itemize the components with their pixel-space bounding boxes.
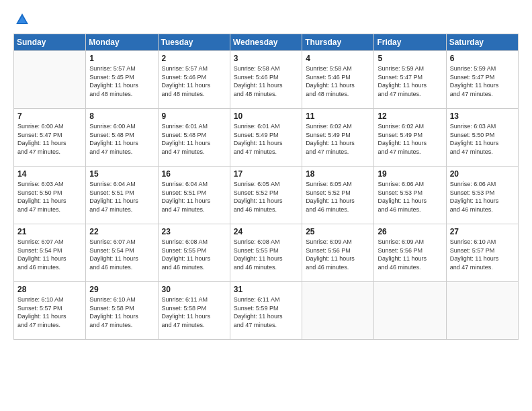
calendar-cell: 9 Sunrise: 6:01 AM Sunset: 5:48 PM Dayli… — [158, 109, 230, 167]
day-number: 2 — [162, 54, 226, 63]
day-info: Sunrise: 6:09 AM Sunset: 5:56 PM Dayligh… — [306, 238, 370, 271]
calendar-cell: 25 Sunrise: 6:09 AM Sunset: 5:56 PM Dayl… — [302, 224, 374, 282]
calendar-cell: 4 Sunrise: 5:58 AM Sunset: 5:46 PM Dayli… — [302, 51, 374, 109]
day-number: 5 — [378, 54, 442, 63]
calendar-cell: 7 Sunrise: 6:00 AM Sunset: 5:47 PM Dayli… — [14, 109, 86, 167]
day-number: 21 — [17, 227, 82, 236]
day-info: Sunrise: 6:02 AM Sunset: 5:49 PM Dayligh… — [378, 122, 442, 156]
calendar-cell: 30 Sunrise: 6:11 AM Sunset: 5:58 PM Dayl… — [158, 282, 230, 340]
calendar-cell: 14 Sunrise: 6:03 AM Sunset: 5:50 PM Dayl… — [14, 167, 86, 224]
page: SundayMondayTuesdayWednesdayThursdayFrid… — [0, 0, 532, 411]
calendar-cell: 10 Sunrise: 6:01 AM Sunset: 5:49 PM Dayl… — [230, 109, 302, 167]
calendar-cell — [446, 282, 518, 340]
weekday-header: Saturday — [446, 34, 518, 51]
calendar-cell: 21 Sunrise: 6:07 AM Sunset: 5:54 PM Dayl… — [14, 224, 86, 282]
day-info: Sunrise: 6:07 AM Sunset: 5:54 PM Dayligh… — [17, 238, 82, 271]
day-number: 27 — [450, 227, 515, 236]
day-info: Sunrise: 6:11 AM Sunset: 5:59 PM Dayligh… — [234, 295, 298, 329]
day-info: Sunrise: 6:10 AM Sunset: 5:57 PM Dayligh… — [17, 295, 82, 329]
day-info: Sunrise: 6:04 AM Sunset: 5:51 PM Dayligh… — [89, 180, 154, 214]
day-number: 13 — [450, 111, 515, 121]
day-number: 12 — [378, 111, 442, 121]
calendar-cell: 5 Sunrise: 5:59 AM Sunset: 5:47 PM Dayli… — [374, 51, 446, 109]
day-info: Sunrise: 5:58 AM Sunset: 5:46 PM Dayligh… — [306, 64, 370, 98]
day-info: Sunrise: 5:59 AM Sunset: 5:47 PM Dayligh… — [378, 64, 442, 98]
weekday-header: Monday — [86, 34, 158, 51]
calendar-week-row: 1 Sunrise: 5:57 AM Sunset: 5:45 PM Dayli… — [14, 51, 519, 109]
day-info: Sunrise: 6:02 AM Sunset: 5:49 PM Dayligh… — [306, 122, 370, 156]
day-number: 9 — [162, 111, 226, 121]
day-number: 16 — [162, 169, 226, 179]
day-number: 19 — [378, 169, 442, 179]
weekday-header: Wednesday — [230, 34, 302, 51]
day-number: 11 — [306, 111, 370, 121]
calendar-table: SundayMondayTuesdayWednesdayThursdayFrid… — [13, 34, 519, 340]
day-number: 20 — [450, 169, 515, 179]
day-number: 31 — [234, 285, 298, 294]
calendar-cell: 23 Sunrise: 6:08 AM Sunset: 5:55 PM Dayl… — [158, 224, 230, 282]
calendar-cell: 19 Sunrise: 6:06 AM Sunset: 5:53 PM Dayl… — [374, 167, 446, 224]
day-info: Sunrise: 6:05 AM Sunset: 5:52 PM Dayligh… — [306, 180, 370, 214]
weekday-header-row: SundayMondayTuesdayWednesdayThursdayFrid… — [14, 34, 519, 51]
calendar-cell: 3 Sunrise: 5:58 AM Sunset: 5:46 PM Dayli… — [230, 51, 302, 109]
day-number: 4 — [306, 54, 370, 63]
calendar-cell: 31 Sunrise: 6:11 AM Sunset: 5:59 PM Dayl… — [230, 282, 302, 340]
logo-general — [13, 12, 30, 27]
day-number: 6 — [450, 54, 515, 63]
day-number: 30 — [162, 285, 226, 294]
day-number: 23 — [162, 227, 226, 236]
calendar-cell: 2 Sunrise: 5:57 AM Sunset: 5:46 PM Dayli… — [158, 51, 230, 109]
day-number: 18 — [306, 169, 370, 179]
weekday-header: Thursday — [302, 34, 374, 51]
day-number: 3 — [234, 54, 298, 63]
logo-text — [13, 12, 30, 27]
calendar-cell — [302, 282, 374, 340]
day-info: Sunrise: 6:10 AM Sunset: 5:58 PM Dayligh… — [89, 295, 154, 329]
calendar-cell: 8 Sunrise: 6:00 AM Sunset: 5:48 PM Dayli… — [86, 109, 158, 167]
day-number: 7 — [17, 111, 82, 121]
day-number: 17 — [234, 169, 298, 179]
day-number: 28 — [17, 285, 82, 294]
calendar-cell — [14, 51, 86, 109]
calendar-cell: 28 Sunrise: 6:10 AM Sunset: 5:57 PM Dayl… — [14, 282, 86, 340]
calendar-week-row: 14 Sunrise: 6:03 AM Sunset: 5:50 PM Dayl… — [14, 167, 519, 224]
calendar-cell: 18 Sunrise: 6:05 AM Sunset: 5:52 PM Dayl… — [302, 167, 374, 224]
calendar-cell: 12 Sunrise: 6:02 AM Sunset: 5:49 PM Dayl… — [374, 109, 446, 167]
calendar-cell — [374, 282, 446, 340]
day-number: 24 — [234, 227, 298, 236]
calendar-cell: 17 Sunrise: 6:05 AM Sunset: 5:52 PM Dayl… — [230, 167, 302, 224]
calendar-week-row: 28 Sunrise: 6:10 AM Sunset: 5:57 PM Dayl… — [14, 282, 519, 340]
calendar-cell: 16 Sunrise: 6:04 AM Sunset: 5:51 PM Dayl… — [158, 167, 230, 224]
weekday-header: Friday — [374, 34, 446, 51]
calendar-cell: 27 Sunrise: 6:10 AM Sunset: 5:57 PM Dayl… — [446, 224, 518, 282]
day-info: Sunrise: 5:57 AM Sunset: 5:45 PM Dayligh… — [89, 64, 154, 98]
weekday-header: Sunday — [14, 34, 86, 51]
day-info: Sunrise: 6:06 AM Sunset: 5:53 PM Dayligh… — [450, 180, 515, 214]
day-info: Sunrise: 6:01 AM Sunset: 5:48 PM Dayligh… — [162, 122, 226, 156]
day-info: Sunrise: 6:03 AM Sunset: 5:50 PM Dayligh… — [450, 122, 515, 156]
day-number: 25 — [306, 227, 370, 236]
calendar-cell: 15 Sunrise: 6:04 AM Sunset: 5:51 PM Dayl… — [86, 167, 158, 224]
calendar-cell: 13 Sunrise: 6:03 AM Sunset: 5:50 PM Dayl… — [446, 109, 518, 167]
day-number: 1 — [89, 54, 154, 63]
day-info: Sunrise: 6:10 AM Sunset: 5:57 PM Dayligh… — [450, 238, 515, 271]
calendar-week-row: 7 Sunrise: 6:00 AM Sunset: 5:47 PM Dayli… — [14, 109, 519, 167]
day-info: Sunrise: 6:03 AM Sunset: 5:50 PM Dayligh… — [17, 180, 82, 214]
header — [13, 12, 519, 27]
day-number: 8 — [89, 111, 154, 121]
day-info: Sunrise: 6:00 AM Sunset: 5:47 PM Dayligh… — [17, 122, 82, 156]
day-number: 15 — [89, 169, 154, 179]
day-number: 29 — [89, 285, 154, 294]
day-number: 22 — [89, 227, 154, 236]
day-info: Sunrise: 6:11 AM Sunset: 5:58 PM Dayligh… — [162, 295, 226, 329]
day-info: Sunrise: 6:06 AM Sunset: 5:53 PM Dayligh… — [378, 180, 442, 214]
day-info: Sunrise: 5:58 AM Sunset: 5:46 PM Dayligh… — [234, 64, 298, 98]
weekday-header: Tuesday — [158, 34, 230, 51]
day-info: Sunrise: 6:07 AM Sunset: 5:54 PM Dayligh… — [89, 238, 154, 271]
calendar-cell: 1 Sunrise: 5:57 AM Sunset: 5:45 PM Dayli… — [86, 51, 158, 109]
day-info: Sunrise: 6:04 AM Sunset: 5:51 PM Dayligh… — [162, 180, 226, 214]
calendar-cell: 24 Sunrise: 6:08 AM Sunset: 5:55 PM Dayl… — [230, 224, 302, 282]
day-info: Sunrise: 6:09 AM Sunset: 5:56 PM Dayligh… — [378, 238, 442, 271]
calendar-cell: 22 Sunrise: 6:07 AM Sunset: 5:54 PM Dayl… — [86, 224, 158, 282]
day-info: Sunrise: 5:57 AM Sunset: 5:46 PM Dayligh… — [162, 64, 226, 98]
